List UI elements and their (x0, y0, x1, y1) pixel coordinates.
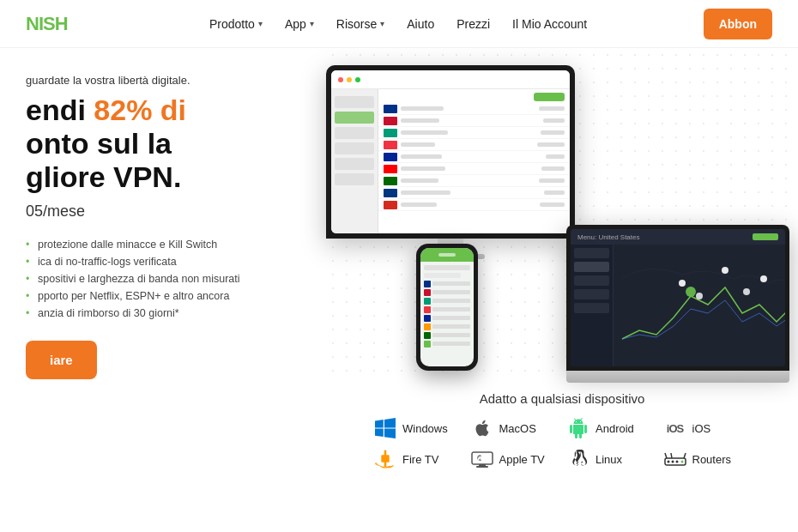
macos-label: MacOS (499, 422, 536, 435)
feature-item: pporto per Netflix, ESPN+ e altro ancora (26, 287, 326, 305)
routers-label: Routers (692, 453, 732, 466)
firetv-label: Fire TV (402, 453, 438, 466)
features-list: protezione dalle minacce e Kill Switch i… (26, 236, 326, 322)
svg-point-2 (760, 275, 767, 282)
router-icon (663, 447, 687, 471)
headline-highlight: 82% di (94, 94, 186, 126)
map-svg (614, 245, 785, 366)
device-linux: Linux (566, 447, 655, 471)
logo: NISH (26, 13, 68, 35)
svg-rect-6 (472, 452, 493, 464)
devices-mockup-area: Menu: United States (326, 48, 798, 383)
device-appletv: Apple TV (470, 447, 559, 471)
nav-links: Prodotto ▾ App ▾ Risorse ▾ Aiuto Prezzi … (94, 12, 704, 36)
device-ios: iOS iOS (663, 416, 752, 440)
main-content: guardate la vostra libertà digitale. end… (0, 48, 798, 532)
svg-line-12 (684, 453, 686, 458)
feature-item: spositivi e larghezza di banda non misur… (26, 270, 326, 287)
nav-prezzi[interactable]: Prezzi (448, 12, 499, 36)
ios-icon: iOS (663, 416, 687, 440)
svg-line-10 (665, 453, 667, 458)
logo-text: NISH (26, 13, 68, 34)
feature-item: protezione dalle minacce e Kill Switch (26, 236, 326, 253)
chevron-down-icon: ▾ (380, 19, 384, 28)
laptop-mockup: Menu: United States (566, 225, 789, 383)
nav-app[interactable]: App ▾ (276, 12, 323, 36)
svg-line-11 (671, 453, 672, 458)
hero-cta-button[interactable]: iare (26, 341, 97, 379)
tagline: guardate la vostra libertà digitale. (26, 74, 326, 87)
subscribe-button[interactable]: Abbon (704, 9, 772, 39)
monitor-mockup (326, 65, 575, 259)
nav-prodotto[interactable]: Prodotto ▾ (201, 12, 271, 36)
device-android: Android (566, 416, 655, 440)
apple-icon (470, 416, 494, 440)
hero-left: guardate la vostra libertà digitale. end… (0, 48, 326, 532)
svg-point-13 (667, 461, 669, 463)
headline-line3: gliore VPN. (26, 160, 181, 193)
chevron-down-icon: ▾ (258, 19, 263, 28)
monitor-screen (331, 70, 570, 233)
linux-icon (566, 447, 590, 471)
device-icons-grid: Windows MacOS (373, 416, 751, 471)
phone-mockup (416, 244, 478, 371)
svg-rect-8 (476, 466, 488, 468)
android-icon (566, 416, 590, 440)
nav-risorse[interactable]: Risorse ▾ (328, 12, 393, 36)
hero-right: Menu: United States (326, 48, 798, 532)
android-label: Android (595, 422, 634, 435)
appletv-icon (470, 447, 494, 471)
nav-account[interactable]: Il Mio Account (504, 12, 595, 36)
device-windows: Windows (373, 416, 462, 440)
svg-point-3 (696, 293, 703, 299)
navbar: NISH Prodotto ▾ App ▾ Risorse ▾ Aiuto Pr… (0, 0, 798, 48)
ios-label: iOS (692, 422, 711, 435)
laptop-screen: Menu: United States (571, 229, 785, 366)
devices-section: Adatto a qualsiasi dispositivo Windows (326, 383, 798, 471)
device-routers: Routers (663, 447, 752, 471)
device-macos: MacOS (470, 416, 559, 440)
device-firetv: Fire TV (373, 447, 462, 471)
linux-label: Linux (595, 453, 622, 466)
headline-line1: endi (26, 94, 86, 126)
windows-label: Windows (402, 422, 448, 435)
feature-item: anzia di rimborso di 30 giorni* (26, 305, 326, 322)
svg-point-5 (686, 287, 696, 297)
svg-point-1 (722, 267, 728, 274)
nav-aiuto[interactable]: Aiuto (398, 12, 443, 36)
appletv-label: Apple TV (499, 453, 545, 466)
headline: endi 82% di onto sul la gliore VPN. (26, 94, 326, 194)
amazon-icon (373, 447, 397, 471)
svg-point-14 (671, 461, 674, 463)
svg-point-16 (680, 461, 683, 463)
svg-point-0 (679, 280, 686, 287)
svg-point-4 (743, 288, 750, 295)
devices-section-title: Adatto a qualsiasi dispositivo (480, 391, 645, 406)
headline-line2: onto sul la (26, 127, 172, 160)
price: 05/mese (26, 203, 326, 221)
svg-point-15 (675, 461, 678, 463)
windows-icon (373, 416, 397, 440)
feature-item: ica di no-traffic-logs verificata (26, 253, 326, 270)
chevron-down-icon: ▾ (310, 19, 314, 28)
